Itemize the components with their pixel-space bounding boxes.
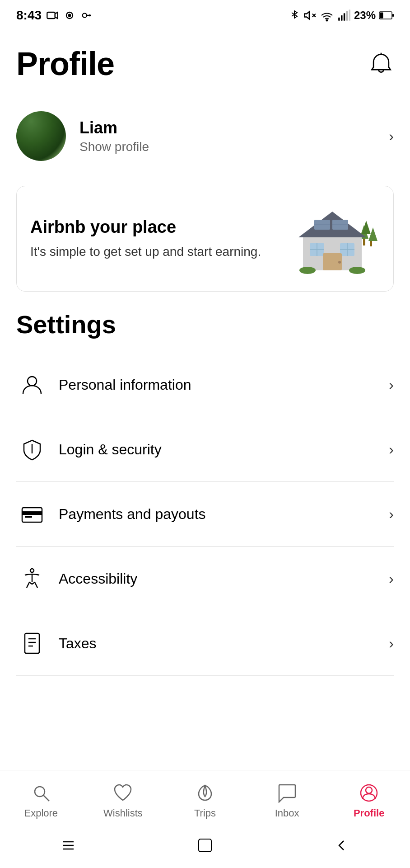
login-security-chevron-icon: › [389, 441, 394, 458]
page-title: Profile [16, 45, 114, 82]
svg-rect-15 [392, 14, 394, 17]
home-icon[interactable] [196, 836, 214, 854]
svg-rect-10 [344, 13, 345, 20]
airbnb-host-card[interactable]: Airbnb your place It's simple to get set… [16, 186, 394, 292]
login-security-item[interactable]: Login & security › [16, 417, 394, 482]
nav-item-inbox[interactable]: Inbox [246, 778, 328, 823]
status-time: 8:43 [16, 8, 42, 23]
nav-item-explore[interactable]: Explore [0, 778, 82, 823]
battery-icon [379, 11, 394, 20]
mute-icon [303, 9, 316, 22]
shield-icon [16, 434, 48, 465]
avatar-image [16, 111, 66, 161]
nav-trips-label: Trips [194, 807, 216, 819]
svg-point-3 [69, 14, 71, 17]
menu-icon[interactable] [59, 836, 77, 854]
wifi-icon [320, 9, 334, 22]
payments-payouts-label: Payments and payouts [59, 506, 389, 523]
svg-line-49 [43, 795, 49, 801]
svg-rect-8 [338, 18, 340, 21]
login-security-label: Login & security [59, 441, 389, 458]
user-info: Liam Show profile [79, 118, 389, 154]
payments-payouts-item[interactable]: Payments and payouts › [16, 482, 394, 547]
house-illustration [289, 203, 380, 275]
personal-information-item[interactable]: Personal information › [16, 353, 394, 417]
card-subtitle: It's simple to get set up and start earn… [30, 243, 280, 260]
person-icon [16, 369, 48, 401]
svg-rect-42 [25, 516, 32, 518]
chat-icon [275, 781, 299, 805]
profile-nav-icon [357, 781, 381, 805]
svg-rect-12 [349, 9, 350, 20]
svg-rect-9 [341, 15, 343, 21]
svg-marker-18 [362, 221, 371, 234]
personal-information-label: Personal information [59, 377, 389, 393]
svg-point-38 [28, 377, 37, 386]
taxes-item[interactable]: Taxes › [16, 611, 394, 676]
svg-point-35 [338, 261, 341, 264]
accessibility-chevron-icon: › [389, 571, 394, 587]
svg-point-7 [326, 20, 327, 21]
settings-title: Settings [16, 310, 394, 339]
svg-rect-44 [25, 633, 39, 653]
svg-point-48 [35, 787, 45, 797]
house-svg [289, 203, 380, 275]
payments-payouts-chevron-icon: › [389, 506, 394, 523]
payment-icon [16, 498, 48, 530]
accessibility-item[interactable]: Accessibility › [16, 547, 394, 611]
svg-rect-21 [370, 241, 372, 246]
bottom-nav: Explore Wishlists Trips Inbox [0, 770, 410, 827]
key-icon [80, 9, 93, 22]
main-content: Profile Liam Show profile › Airbnb your … [0, 27, 410, 770]
nav-explore-label: Explore [24, 807, 58, 819]
status-left: 8:43 [16, 8, 93, 23]
search-icon [29, 781, 53, 805]
back-icon[interactable] [333, 836, 351, 854]
svg-point-37 [349, 267, 365, 274]
camera-icon [46, 9, 59, 22]
airbnb-icon [193, 781, 217, 805]
nav-wishlists-label: Wishlists [103, 807, 143, 819]
nav-inbox-label: Inbox [275, 807, 299, 819]
user-profile-row[interactable]: Liam Show profile › [16, 100, 394, 172]
svg-rect-14 [380, 13, 383, 19]
personal-information-chevron-icon: › [389, 377, 394, 393]
svg-rect-0 [47, 12, 55, 19]
battery-text: 23% [354, 9, 376, 22]
svg-point-36 [299, 267, 316, 274]
svg-rect-11 [346, 11, 348, 21]
svg-point-4 [83, 13, 87, 17]
svg-rect-19 [363, 239, 365, 245]
notification-bell-button[interactable] [368, 51, 394, 76]
svg-rect-55 [199, 839, 211, 852]
signal-icon [338, 9, 350, 22]
nav-item-wishlists[interactable]: Wishlists [82, 778, 164, 823]
svg-marker-1 [55, 12, 58, 19]
show-profile-label: Show profile [79, 140, 389, 154]
card-text: Airbnb your place It's simple to get set… [30, 217, 289, 261]
taxes-label: Taxes [59, 635, 389, 652]
avatar [16, 111, 66, 161]
taxes-icon [16, 627, 48, 659]
status-bar: 8:43 23% [0, 0, 410, 27]
nav-profile-label: Profile [354, 807, 384, 819]
accessibility-icon [16, 563, 48, 594]
svg-point-43 [30, 569, 34, 572]
page-header: Profile [16, 45, 394, 82]
bluetooth-icon [289, 9, 300, 22]
recording-icon [63, 9, 76, 22]
accessibility-label: Accessibility [59, 571, 389, 587]
status-right: 23% [289, 9, 394, 22]
svg-point-51 [366, 787, 372, 793]
user-name: Liam [79, 118, 389, 137]
nav-item-profile[interactable]: Profile [328, 778, 410, 823]
svg-rect-41 [22, 511, 42, 515]
taxes-chevron-icon: › [389, 635, 394, 652]
nav-item-trips[interactable]: Trips [164, 778, 246, 823]
heart-icon [111, 781, 135, 805]
card-title: Airbnb your place [30, 217, 280, 238]
system-nav-bar [0, 827, 410, 868]
profile-chevron-icon: › [389, 128, 394, 145]
